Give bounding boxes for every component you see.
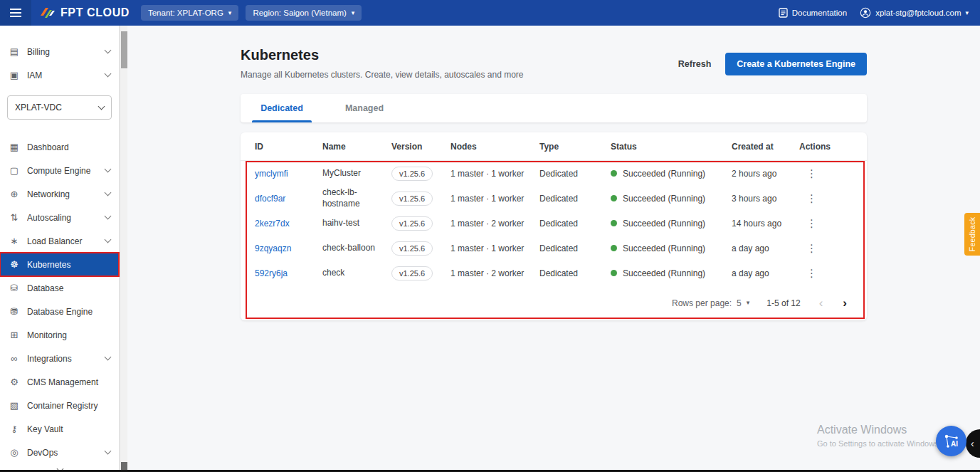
chevron-down-icon	[105, 448, 112, 455]
hamburger-menu-button[interactable]	[0, 0, 31, 26]
status-dot	[611, 220, 617, 226]
pagination-range: 1-5 of 12	[766, 298, 800, 308]
cluster-name: check-balloon	[322, 243, 391, 254]
sidebar-item-label: Load Balancer	[27, 236, 98, 246]
cluster-id-link[interactable]: ymclymfi	[255, 169, 322, 179]
version-chip: v1.25.6	[391, 167, 433, 181]
avatar-icon	[860, 7, 871, 19]
feedback-tab[interactable]: Feedback	[964, 213, 980, 256]
region-selector[interactable]: Region: Saigon (Vietnam) ▾	[246, 5, 362, 21]
sidebar-item-cms-management[interactable]: ⚙ CMS Management	[0, 370, 119, 394]
region-label: Region: Saigon (Vietnam)	[253, 9, 346, 17]
create-kubernetes-engine-button[interactable]: Create a Kubernetes Engine	[725, 53, 867, 75]
ai-assistant-button[interactable]: AI	[936, 426, 966, 456]
row-actions-kebab-icon[interactable]: ⋮	[799, 167, 818, 180]
sidebar-item-label: Key Vault	[27, 424, 110, 434]
sidebar-item-container-registry[interactable]: ▧ Container Registry	[0, 394, 119, 417]
autoscaling-icon: ⇅	[9, 212, 20, 223]
sidebar-item-compute-engine[interactable]: ▢ Compute Engine	[0, 159, 119, 182]
cluster-type: Dedicated	[539, 169, 611, 179]
cluster-name: check-lb-hostname	[322, 187, 391, 209]
vdc-selector[interactable]: XPLAT-VDC	[7, 95, 112, 120]
tabs: Dedicated Managed	[241, 94, 867, 122]
sidebar-item-devops[interactable]: ◎ DevOps	[0, 441, 119, 464]
cluster-name: MyCluster	[322, 168, 391, 179]
load-balancer-icon: ∗	[9, 236, 20, 246]
tenant-selector[interactable]: Tenant: XPLAT-ORG ▾	[141, 5, 238, 21]
previous-page-button[interactable]: ‹	[818, 297, 825, 309]
cluster-id-link[interactable]: 2kezr7dx	[255, 219, 322, 229]
sidebar-item-load-balancer[interactable]: ∗ Load Balancer	[0, 229, 119, 253]
column-header-status: Status	[611, 142, 732, 152]
cluster-id-link[interactable]: 9zqyaqzn	[255, 243, 322, 253]
sidebar-item-label: Networking	[27, 189, 98, 199]
row-actions-kebab-icon[interactable]: ⋮	[799, 242, 818, 255]
sidebar-item-autoscaling[interactable]: ⇅ Autoscaling	[0, 206, 119, 229]
row-actions-kebab-icon[interactable]: ⋮	[799, 192, 818, 205]
cluster-name: haihv-test	[322, 218, 391, 229]
cluster-nodes: 1 master · 1 worker	[451, 169, 539, 179]
sidebar-item-monitoring[interactable]: ⊞ Monitoring	[0, 323, 119, 347]
chevron-down-icon	[105, 354, 112, 361]
sidebar-item-label: Autoscaling	[27, 213, 98, 223]
chevron-down-icon: ▾	[747, 300, 750, 306]
cluster-nodes: 1 master · 2 worker	[451, 219, 539, 229]
status-dot	[611, 170, 617, 177]
version-chip: v1.25.6	[391, 216, 433, 231]
cluster-id-link[interactable]: 592ry6ja	[255, 268, 322, 278]
kubernetes-icon: ☸	[9, 259, 20, 270]
account-menu[interactable]: xplat-stg@fptcloud.com ▾	[860, 7, 969, 19]
watermark-subtitle: Go to Settings to activate Windows	[817, 439, 939, 448]
tab-dedicated[interactable]: Dedicated	[241, 94, 323, 122]
created-at: a day ago	[732, 268, 799, 278]
sidebar-item-database[interactable]: ⛁ Database	[0, 276, 119, 300]
scrollbar-thumb[interactable]	[121, 31, 127, 68]
sidebar-item-networking[interactable]: ⊕ Networking	[0, 182, 119, 206]
table-row: 2kezr7dx haihv-test v1.25.6 1 master · 2…	[241, 211, 867, 236]
database-icon: ⛁	[9, 283, 20, 293]
rows-per-page-value: 5	[737, 298, 742, 308]
status-text: Succeeded (Running)	[623, 169, 705, 179]
row-actions-kebab-icon[interactable]: ⋮	[799, 267, 818, 280]
pagination: Rows per page: 5 ▾ 1-5 of 12 ‹ ›	[241, 285, 867, 315]
row-actions-kebab-icon[interactable]: ⋮	[799, 217, 818, 230]
cluster-id-link[interactable]: dfocf9ar	[255, 194, 322, 204]
chevron-down-icon: ▾	[228, 10, 232, 16]
sidebar-item-key-vault[interactable]: ⚷ Key Vault	[0, 417, 119, 441]
status-text: Succeeded (Running)	[623, 243, 705, 253]
sidebar: ▤ Billing ▣ IAM XPLAT-VDC ▦ Dashboard ▢ …	[0, 26, 120, 472]
sidebar-item-label: Billing	[27, 47, 98, 57]
main-area: Kubernetes Manage all Kubernetes cluster…	[127, 26, 980, 472]
column-header-id: ID	[255, 142, 322, 152]
fpt-logo-icon	[40, 6, 56, 19]
sidebar-item-billing[interactable]: ▤ Billing	[0, 40, 119, 63]
cms-management-icon: ⚙	[9, 377, 20, 387]
networking-icon: ⊕	[9, 189, 20, 199]
tab-managed[interactable]: Managed	[323, 94, 406, 122]
rows-per-page-selector[interactable]: Rows per page: 5 ▾	[672, 298, 749, 308]
compute-engine-icon: ▢	[9, 165, 20, 176]
refresh-button[interactable]: Refresh	[678, 59, 712, 69]
dashboard-icon: ▦	[9, 142, 20, 152]
next-page-button[interactable]: ›	[841, 297, 848, 309]
chevron-left-icon: ‹	[971, 438, 974, 449]
sidebar-item-label: DevOps	[27, 448, 98, 458]
tenant-label: Tenant: XPLAT-ORG	[148, 9, 223, 17]
brand-text: FPT CLOUD	[60, 6, 130, 19]
sidebar-item-integrations[interactable]: ∞ Integrations	[0, 347, 119, 370]
brand-logo[interactable]: FPT CLOUD	[40, 6, 130, 19]
sidebar-item-dashboard[interactable]: ▦ Dashboard	[0, 135, 119, 159]
sidebar-item-label: Monitoring	[27, 330, 110, 340]
page-subtitle: Manage all Kubernetes clusters. Create, …	[241, 70, 524, 80]
chevron-down-icon	[105, 189, 112, 196]
sidebar-item-database-engine[interactable]: ⛃ Database Engine	[0, 300, 119, 323]
documentation-link[interactable]: Documentation	[779, 8, 847, 18]
page: FPT CLOUD Tenant: XPLAT-ORG ▾ Region: Sa…	[0, 0, 980, 472]
sidebar-scrollbar[interactable]	[120, 26, 127, 472]
topbar-right: Documentation xplat-stg@fptcloud.com ▾	[779, 7, 980, 19]
document-icon	[779, 8, 788, 18]
column-header-type: Type	[539, 142, 611, 152]
iam-icon: ▣	[9, 70, 20, 80]
sidebar-item-iam[interactable]: ▣ IAM	[0, 63, 119, 87]
sidebar-item-kubernetes[interactable]: ☸ Kubernetes	[0, 253, 119, 276]
